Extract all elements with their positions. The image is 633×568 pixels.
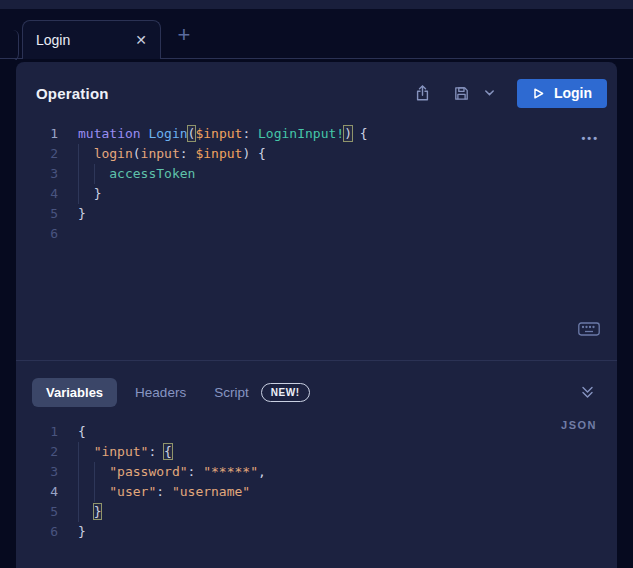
save-group [449, 81, 499, 106]
line-number: 3 [16, 164, 58, 184]
code-line[interactable]: 5} [16, 204, 617, 224]
secondary-tabs: Variables Headers Script NEW! [16, 361, 617, 423]
plus-icon: + [178, 22, 191, 47]
operation-header: Operation [16, 62, 617, 124]
code-line[interactable]: 1mutation Login($input: LoginInput!) { [16, 124, 617, 144]
run-operation-button[interactable]: Login [517, 79, 607, 108]
save-button[interactable] [449, 81, 474, 106]
code-text: } [78, 522, 86, 542]
code-line[interactable]: 5 } [16, 502, 617, 522]
code-text: } [78, 502, 101, 522]
keyboard-shortcuts-button[interactable] [575, 318, 603, 343]
save-icon [453, 85, 470, 102]
tab-script[interactable]: Script [210, 379, 253, 406]
query-editor[interactable]: 1mutation Login($input: LoginInput!) {2 … [16, 124, 617, 244]
keyboard-icon [577, 320, 601, 338]
editor-more-button[interactable]: ••• [577, 128, 603, 148]
line-number: 2 [16, 144, 58, 164]
ellipsis-icon: ••• [581, 132, 599, 144]
line-number: 4 [16, 482, 58, 502]
code-text: "password": "*****", [78, 462, 266, 482]
line-number: 5 [16, 204, 58, 224]
share-button[interactable] [410, 80, 435, 106]
line-number: 6 [16, 224, 58, 244]
code-text: { [78, 422, 86, 442]
line-number: 5 [16, 502, 58, 522]
tab-bar: Login ✕ + [0, 9, 633, 59]
run-button-label: Login [554, 85, 592, 101]
tab-login[interactable]: Login ✕ [22, 20, 161, 59]
save-options-button[interactable] [480, 85, 499, 101]
code-text: "user": "username" [78, 482, 250, 502]
code-text: } [78, 184, 101, 204]
line-number: 1 [16, 124, 58, 144]
code-text: "input": { [78, 442, 172, 462]
line-number: 3 [16, 462, 58, 482]
code-line[interactable]: 4 "user": "username" [16, 482, 617, 502]
code-text: login(input: $input) { [78, 144, 266, 164]
code-line[interactable]: 6} [16, 522, 617, 542]
tab-variables[interactable]: Variables [32, 378, 117, 407]
code-line[interactable]: 2 login(input: $input) { [16, 144, 617, 164]
play-icon [532, 87, 545, 100]
top-toolbar-edge [0, 0, 633, 9]
line-number: 2 [16, 442, 58, 462]
code-line[interactable]: 4 } [16, 184, 617, 204]
variables-editor[interactable]: 1{2 "input": {3 "password": "*****",4 "u… [16, 422, 617, 542]
new-tab-button[interactable]: + [171, 22, 197, 48]
code-line[interactable]: 3 accessToken [16, 164, 617, 184]
collapse-panel-button[interactable] [576, 381, 599, 404]
panel-title: Operation [36, 85, 410, 102]
share-icon [414, 84, 431, 102]
workspace: Operation [0, 60, 633, 568]
code-line[interactable]: 2 "input": { [16, 442, 617, 462]
tab-headers[interactable]: Headers [131, 379, 190, 406]
operation-panel: Operation [16, 62, 617, 568]
line-number: 6 [16, 522, 58, 542]
line-number: 1 [16, 422, 58, 442]
code-line[interactable]: 6 [16, 224, 617, 244]
code-text: } [78, 204, 86, 224]
double-chevron-down-icon [580, 385, 595, 400]
chevron-down-icon [484, 89, 495, 97]
tab-title: Login [36, 32, 70, 48]
code-text: mutation Login($input: LoginInput!) { [78, 124, 368, 144]
code-line[interactable]: 3 "password": "*****", [16, 462, 617, 482]
new-badge: NEW! [261, 383, 310, 402]
partial-tab[interactable] [0, 30, 19, 62]
code-line[interactable]: 1{ [16, 422, 617, 442]
line-number: 4 [16, 184, 58, 204]
close-icon[interactable]: ✕ [135, 33, 147, 47]
code-text: accessToken [78, 164, 195, 184]
